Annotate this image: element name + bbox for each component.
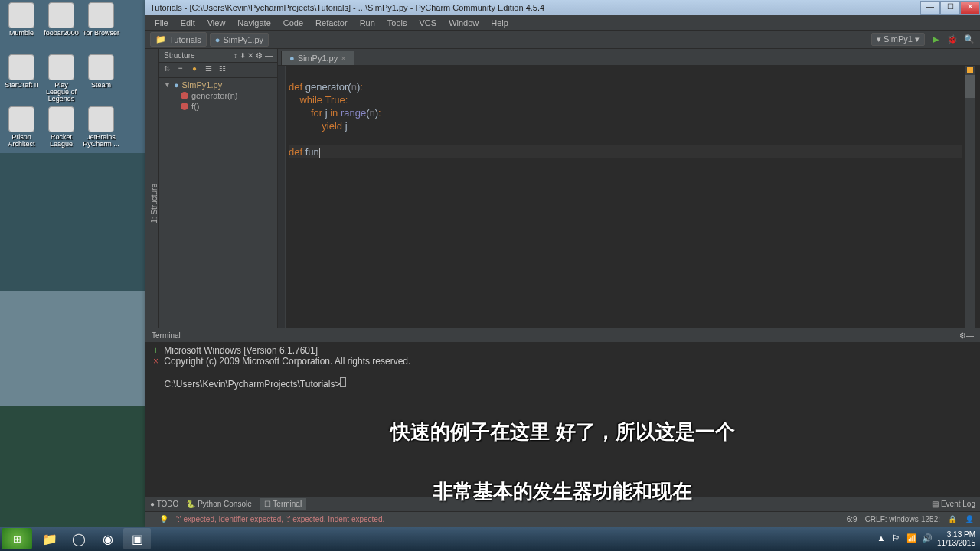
run-config-dropdown[interactable]: ▾ SimPy1 ▾ <box>871 33 925 46</box>
structure-tree[interactable]: ▼● SimPy1.py generator(n) f() <box>159 78 277 328</box>
terminal-body[interactable]: + Microsoft Windows [Version 6.1.7601] ×… <box>145 342 980 496</box>
status-hint: ':' expected, Identifier expected, ':' e… <box>176 515 384 523</box>
close-icon[interactable]: × <box>341 54 345 63</box>
python-file-icon: ● <box>215 35 220 44</box>
editor-scrollbar[interactable] <box>965 66 975 328</box>
menu-help[interactable]: Help <box>485 17 514 29</box>
editor-gutter[interactable] <box>278 66 286 328</box>
menu-edit[interactable]: Edit <box>175 17 201 29</box>
structure-panel: Structure↕ ⬍ ✕ ⚙ — ⇅≡●☰☷ ▼● SimPy1.py ge… <box>159 49 278 328</box>
menu-tools[interactable]: Tools <box>381 17 413 29</box>
window-title: Tutorials - [C:\Users\Kevin\PycharmProje… <box>150 3 544 12</box>
desktop-icon[interactable]: Tor Browser <box>82 2 120 53</box>
menu-bar: File Edit View Navigate Code Refactor Ru… <box>145 15 980 31</box>
pycharm-window: Tutorials - [C:\Users\Kevin\PycharmProje… <box>145 0 980 527</box>
structure-member[interactable]: generator(n) <box>162 90 274 101</box>
menu-vcs[interactable]: VCS <box>413 17 443 29</box>
gear-icon[interactable]: ⚙ <box>959 331 966 340</box>
system-tray[interactable]: ▲ 🏳 📶 🔊 3:13 PM11/13/2015 <box>876 530 978 547</box>
breadcrumb[interactable]: ●SimPy1.py <box>210 33 269 47</box>
search-button[interactable]: 🔍 <box>963 34 975 46</box>
left-tool-stripe[interactable]: 1: Structure <box>145 49 159 328</box>
nav-bar: 📁Tutorials ●SimPy1.py ▾ SimPy1 ▾ ▶ 🐞 🔍 <box>145 31 980 49</box>
taskbar-pycharm[interactable]: ▣ <box>123 528 151 549</box>
structure-header[interactable]: Structure↕ ⬍ ✕ ⚙ — <box>159 49 277 63</box>
maximize-button[interactable]: ☐ <box>940 1 960 15</box>
start-button[interactable]: ⊞ <box>2 528 32 549</box>
menu-window[interactable]: Window <box>443 17 485 29</box>
desktop-icon[interactable]: Rocket League <box>42 106 80 157</box>
title-bar[interactable]: Tutorials - [C:\Users\Kevin\PycharmProje… <box>145 0 980 15</box>
menu-code[interactable]: Code <box>277 17 309 29</box>
subtitle-text: 快速的例子在这里 好了，所以这是一个 <box>390 419 734 445</box>
structure-toolbar[interactable]: ⇅≡●☰☷ <box>159 63 277 78</box>
taskbar: ⊞ 📁 ◯ ◉ ▣ ▲ 🏳 📶 🔊 3:13 PM11/13/2015 <box>0 527 980 551</box>
hide-icon[interactable]: — <box>966 331 974 340</box>
encoding-indicator[interactable]: CRLF: windows-1252: <box>865 515 940 523</box>
intention-bulb-icon[interactable]: 💡 <box>159 515 168 523</box>
volume-icon[interactable]: 🔊 <box>922 533 933 544</box>
terminal-panel: Terminal⚙ — + Microsoft Windows [Version… <box>145 328 980 496</box>
taskbar-chrome[interactable]: ◯ <box>65 528 93 549</box>
editor-tab[interactable]: ●SimPy1.py× <box>281 51 354 65</box>
minimize-button[interactable]: — <box>920 1 940 15</box>
desktop-icons: Mumble foobar2000 Tor Browser StarCraft … <box>0 0 122 159</box>
lock-icon[interactable]: 🔒 <box>948 515 957 523</box>
taskbar-obs[interactable]: ◉ <box>94 528 122 549</box>
bottom-tool-stripe: ● TODO 🐍 Python Console ☐ Terminal ▤ Eve… <box>145 496 980 511</box>
tray-icon[interactable]: 🏳 <box>891 533 902 544</box>
menu-file[interactable]: File <box>149 17 175 29</box>
show-hidden-icon[interactable]: ▲ <box>876 533 887 544</box>
event-log-tool[interactable]: ▤ Event Log <box>932 500 975 508</box>
run-button[interactable]: ▶ <box>929 34 942 46</box>
clock[interactable]: 3:13 PM11/13/2015 <box>937 530 975 547</box>
structure-member[interactable]: f() <box>162 101 274 112</box>
editor-area: ●SimPy1.py× def generator(n): while True… <box>278 49 980 328</box>
network-icon[interactable]: 📶 <box>906 533 917 544</box>
desktop-icon[interactable]: foobar2000 <box>42 2 80 53</box>
folder-icon: 📁 <box>155 34 166 44</box>
menu-refactor[interactable]: Refactor <box>309 17 354 29</box>
breadcrumb[interactable]: 📁Tutorials <box>150 32 207 47</box>
code-editor[interactable]: def generator(n): while True: for j in r… <box>278 66 980 328</box>
desktop-icon[interactable]: Steam <box>82 54 120 105</box>
hector-icon[interactable]: 👤 <box>965 515 974 523</box>
status-bar: 💡 ':' expected, Identifier expected, ':'… <box>145 511 980 527</box>
todo-tool[interactable]: ● TODO <box>150 500 178 508</box>
desktop-icon[interactable]: Play League of Legends <box>42 54 80 105</box>
menu-run[interactable]: Run <box>354 17 381 29</box>
desktop-icon[interactable]: Mumble <box>2 2 41 53</box>
desktop-icon[interactable]: StarCraft II <box>2 54 41 105</box>
caret-position: 6:9 <box>847 515 858 523</box>
desktop-icon[interactable]: JetBrains PyCharm ... <box>82 106 120 157</box>
desktop-icon[interactable]: Prison Architect <box>2 106 41 157</box>
debug-button[interactable]: 🐞 <box>946 34 959 46</box>
terminal-tool[interactable]: ☐ Terminal <box>260 498 306 510</box>
editor-tabs: ●SimPy1.py× <box>278 49 980 66</box>
taskbar-explorer[interactable]: 📁 <box>36 528 64 549</box>
terminal-header[interactable]: Terminal⚙ — <box>145 328 980 342</box>
menu-navigate[interactable]: Navigate <box>231 17 276 29</box>
menu-view[interactable]: View <box>201 17 232 29</box>
close-button[interactable]: ✕ <box>960 1 980 15</box>
python-console-tool[interactable]: 🐍 Python Console <box>186 500 251 508</box>
structure-file-node[interactable]: ▼● SimPy1.py <box>162 80 274 90</box>
